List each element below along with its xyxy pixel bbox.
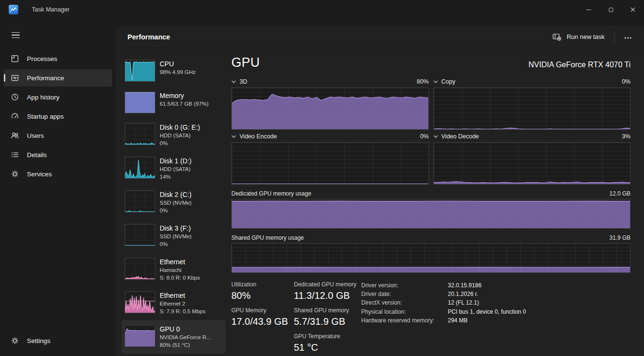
- perf-item-sub: 0%: [160, 240, 191, 248]
- perf-item-sub: NVIDIA GeForce R...: [160, 333, 211, 341]
- directx-version-value: 12 (FL 12.1): [448, 298, 631, 307]
- utilization-value: 80%: [231, 289, 294, 303]
- close-button[interactable]: [622, 0, 644, 19]
- chart-value-video-encode: 0%: [420, 133, 429, 140]
- chevron-down-icon[interactable]: [231, 80, 236, 83]
- gpu0-mini-chart: [125, 325, 155, 347]
- perf-item-sub: HDD (SATA): [160, 132, 200, 139]
- settings-gear-icon: [11, 336, 19, 345]
- run-new-task-label: Run new task: [567, 33, 605, 40]
- sidebar-item-label: Users: [27, 132, 44, 139]
- gpu-temperature-value: 51 °C: [294, 341, 361, 355]
- perf-item-title: Ethernet: [160, 291, 205, 300]
- sidebar-item-label: Performance: [27, 74, 64, 82]
- gpu-3d-chart: [231, 87, 429, 130]
- sidebar-item-label: App history: [27, 94, 60, 101]
- task-manager-app-icon: [9, 5, 18, 14]
- sidebar: Processes Performance App history Startu…: [0, 19, 116, 356]
- more-options-button[interactable]: [619, 30, 636, 43]
- more-options-icon: [624, 37, 631, 39]
- perf-item-disk3[interactable]: Disk 3 (F:) SSD (NVMe) 0%: [122, 219, 226, 253]
- stat-label: Shared GPU memory: [294, 307, 361, 315]
- minimize-button[interactable]: [578, 0, 600, 19]
- perf-item-sub: S: 7.9 R: 0.5 Mbps: [160, 307, 205, 315]
- perf-item-title: Disk 0 (G: E:): [160, 123, 200, 132]
- perf-item-sub: Hamachi: [160, 266, 200, 274]
- sidebar-item-app-history[interactable]: App history: [4, 88, 112, 106]
- window-controls: [578, 0, 644, 19]
- chevron-down-icon[interactable]: [433, 135, 438, 138]
- perf-item-disk0[interactable]: Disk 0 (G: E:) HDD (SATA) 0%: [122, 118, 226, 152]
- perf-item-sub: SSD (NVMe): [160, 233, 191, 240]
- chart-label-video-encode: Video Encode: [240, 133, 277, 140]
- maximize-button[interactable]: [600, 0, 622, 19]
- perf-item-ethernet-2[interactable]: Ethernet Ethernet 2 S: 7.9 R: 0.5 Mbps: [122, 286, 226, 320]
- startup-apps-icon: [11, 112, 19, 121]
- performance-icon: [11, 74, 19, 82]
- dedicated-gpu-memory-chart: [231, 199, 631, 229]
- cpu-mini-chart: [125, 60, 155, 82]
- sidebar-item-performance[interactable]: Performance: [4, 69, 112, 86]
- perf-item-ethernet-hamachi[interactable]: Ethernet Hamachi S: 8.0 R: 0 Kbps: [122, 253, 226, 286]
- users-icon: [11, 131, 19, 140]
- menu-toggle-button[interactable]: [6, 27, 25, 43]
- services-icon: [11, 170, 19, 178]
- chart-label-copy: Copy: [442, 78, 455, 85]
- sidebar-item-startup-apps[interactable]: Startup apps: [4, 108, 112, 125]
- close-icon: [631, 7, 635, 12]
- run-new-task-icon: [553, 33, 562, 41]
- disk3-mini-chart: [125, 224, 155, 246]
- dedicated-memory-max: 12.0 GB: [609, 190, 631, 197]
- sidebar-item-details[interactable]: Details: [4, 146, 112, 163]
- run-new-task-button[interactable]: Run new task: [548, 30, 609, 44]
- memory-mini-chart: [125, 91, 155, 113]
- header-divider: [614, 31, 615, 43]
- dedicated-memory-value: 11.3/12.0 GB: [294, 289, 361, 303]
- performance-list: CPU 98% 4.99 GHz Memory 61.5/63.7 GB (97…: [116, 48, 231, 356]
- disk1-mini-chart: [125, 157, 155, 179]
- perf-item-sub: Ethernet 2: [160, 300, 205, 307]
- perf-item-gpu0[interactable]: GPU 0 NVIDIA GeForce R... 80% (51 °C): [122, 320, 226, 354]
- stat-label: Dedicated GPU memory: [294, 281, 361, 289]
- maximize-icon: [609, 8, 613, 12]
- sidebar-item-services[interactable]: Services: [4, 165, 112, 183]
- gpu-section-title: GPU: [231, 55, 260, 70]
- sidebar-item-users[interactable]: Users: [4, 127, 112, 144]
- sidebar-item-label: Startup apps: [27, 113, 64, 120]
- sidebar-item-label: Processes: [27, 55, 57, 62]
- stat-label: GPU Memory: [231, 307, 294, 315]
- chart-value-copy: 0%: [622, 78, 631, 85]
- perf-item-cpu[interactable]: CPU 98% 4.99 GHz: [122, 55, 226, 86]
- gpu-video-decode-chart: [433, 142, 631, 184]
- perf-item-title: Disk 3 (F:): [160, 224, 191, 233]
- app-history-icon: [11, 93, 19, 101]
- perf-item-sub: 80% (51 °C): [160, 341, 211, 349]
- driver-date-value: 20.1.2026 г.: [448, 290, 631, 298]
- physical-location-value: PCI bus 1, device 0, function 0: [448, 307, 631, 316]
- perf-item-sub: S: 8.0 R: 0 Kbps: [160, 274, 200, 282]
- gpu-copy-chart: [433, 87, 631, 130]
- perf-item-disk2[interactable]: Disk 2 (C:) SSD (NVMe) 0%: [122, 185, 226, 219]
- gpu-detail-panel: GPU NVIDIA GeForce RTX 4070 Ti 3D 80%: [231, 48, 644, 356]
- task-manager-window: Task Manager Processes Performan: [0, 0, 644, 356]
- stat-label: Utilization: [231, 281, 294, 289]
- sidebar-item-settings[interactable]: Settings: [4, 332, 112, 349]
- ethernet2-mini-chart: [125, 291, 155, 313]
- perf-item-title: Disk 1 (D:): [160, 157, 191, 165]
- gpu-video-encode-chart: [231, 142, 429, 184]
- details-icon: [11, 150, 19, 159]
- chevron-down-icon[interactable]: [231, 135, 236, 138]
- perf-item-disk1[interactable]: Disk 1 (D:) HDD (SATA) 14%: [122, 152, 226, 185]
- perf-item-sub: 0%: [160, 207, 191, 214]
- sidebar-item-processes[interactable]: Processes: [4, 50, 112, 67]
- chevron-down-icon[interactable]: [433, 80, 438, 83]
- perf-item-sub: 14%: [160, 173, 191, 181]
- shared-gpu-memory-chart: [231, 243, 631, 273]
- perf-item-title: Memory: [160, 91, 209, 100]
- ethernet1-mini-chart: [125, 258, 155, 280]
- perf-item-title: Ethernet: [160, 258, 200, 266]
- perf-item-sub: SSD (NVMe): [160, 199, 191, 207]
- perf-item-title: CPU: [160, 60, 196, 68]
- disk0-mini-chart: [125, 123, 155, 145]
- perf-item-memory[interactable]: Memory 61.5/63.7 GB (97%): [122, 86, 226, 118]
